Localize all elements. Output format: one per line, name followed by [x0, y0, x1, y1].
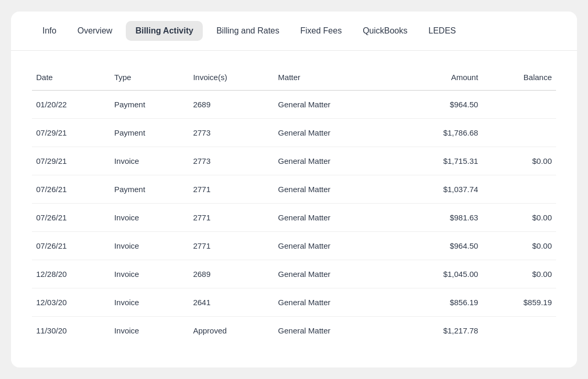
table-row: 07/26/21Invoice2771General Matter$981.63…: [32, 204, 556, 232]
col-amount: Amount: [396, 66, 483, 91]
table-row: 07/26/21Invoice2771General Matter$964.50…: [32, 232, 556, 260]
cell-amount: $856.19: [396, 288, 483, 317]
cell-date: 12/28/20: [32, 260, 110, 288]
cell-date: 07/29/21: [32, 119, 110, 147]
table-section: Date Type Invoice(s) Matter Amount Balan…: [11, 51, 577, 360]
cell-balance: [482, 119, 556, 147]
table-row: 07/29/21Invoice2773General Matter$1,715.…: [32, 147, 556, 175]
col-date: Date: [32, 66, 110, 91]
cell-balance: $0.00: [482, 204, 556, 232]
cell-invoices: Approved: [189, 317, 274, 345]
cell-amount: $964.50: [396, 232, 483, 260]
nav-item-billing-and-rates[interactable]: Billing and Rates: [206, 12, 290, 50]
col-balance: Balance: [482, 66, 556, 91]
table-row: 01/20/22Payment2689General Matter$964.50: [32, 91, 556, 119]
cell-amount: $964.50: [396, 91, 483, 119]
cell-date: 07/26/21: [32, 204, 110, 232]
cell-invoices: 2689: [189, 91, 274, 119]
cell-date: 07/29/21: [32, 147, 110, 175]
cell-type: Invoice: [110, 317, 189, 345]
cell-invoices: 2773: [189, 147, 274, 175]
cell-balance: $0.00: [482, 260, 556, 288]
col-invoices: Invoice(s): [189, 66, 274, 91]
nav-item-quickbooks[interactable]: QuickBooks: [352, 12, 418, 50]
cell-amount: $1,045.00: [396, 260, 483, 288]
cell-type: Payment: [110, 119, 189, 147]
nav-item-ledes[interactable]: LEDES: [418, 12, 466, 50]
cell-type: Invoice: [110, 288, 189, 317]
table-row: 07/26/21Payment2771General Matter$1,037.…: [32, 175, 556, 204]
cell-date: 12/03/20: [32, 288, 110, 317]
nav-item-fixed-fees[interactable]: Fixed Fees: [290, 12, 352, 50]
cell-date: 11/30/20: [32, 317, 110, 345]
cell-matter: General Matter: [274, 147, 396, 175]
nav-item-info[interactable]: Info: [32, 12, 67, 50]
cell-type: Invoice: [110, 232, 189, 260]
cell-matter: General Matter: [274, 175, 396, 204]
cell-amount: $1,786.68: [396, 119, 483, 147]
cell-date: 07/26/21: [32, 175, 110, 204]
nav-item-overview[interactable]: Overview: [67, 12, 123, 50]
cell-matter: General Matter: [274, 91, 396, 119]
cell-date: 01/20/22: [32, 91, 110, 119]
cell-balance: $859.19: [482, 288, 556, 317]
table-row: 07/29/21Payment2773General Matter$1,786.…: [32, 119, 556, 147]
cell-invoices: 2771: [189, 232, 274, 260]
table-row: 11/30/20InvoiceApprovedGeneral Matter$1,…: [32, 317, 556, 345]
cell-matter: General Matter: [274, 288, 396, 317]
cell-matter: General Matter: [274, 232, 396, 260]
cell-balance: [482, 317, 556, 345]
cell-invoices: 2771: [189, 175, 274, 204]
cell-date: 07/26/21: [32, 232, 110, 260]
nav-item-billing-activity[interactable]: Billing Activity: [126, 21, 203, 41]
table-row: 12/28/20Invoice2689General Matter$1,045.…: [32, 260, 556, 288]
col-type: Type: [110, 66, 189, 91]
cell-type: Payment: [110, 91, 189, 119]
table-header-row: Date Type Invoice(s) Matter Amount Balan…: [32, 66, 556, 91]
cell-amount: $981.63: [396, 204, 483, 232]
cell-amount: $1,037.74: [396, 175, 483, 204]
cell-balance: $0.00: [482, 147, 556, 175]
cell-invoices: 2689: [189, 260, 274, 288]
cell-balance: $0.00: [482, 232, 556, 260]
table-row: 12/03/20Invoice2641General Matter$856.19…: [32, 288, 556, 317]
cell-balance: [482, 91, 556, 119]
cell-invoices: 2641: [189, 288, 274, 317]
cell-type: Invoice: [110, 147, 189, 175]
nav-bar: InfoOverviewBilling ActivityBilling and …: [11, 12, 577, 51]
cell-invoices: 2773: [189, 119, 274, 147]
cell-matter: General Matter: [274, 204, 396, 232]
cell-matter: General Matter: [274, 119, 396, 147]
cell-matter: General Matter: [274, 260, 396, 288]
cell-type: Invoice: [110, 260, 189, 288]
billing-table: Date Type Invoice(s) Matter Amount Balan…: [32, 66, 556, 344]
cell-invoices: 2771: [189, 204, 274, 232]
cell-amount: $1,715.31: [396, 147, 483, 175]
cell-type: Payment: [110, 175, 189, 204]
cell-amount: $1,217.78: [396, 317, 483, 345]
cell-balance: [482, 175, 556, 204]
main-card: InfoOverviewBilling ActivityBilling and …: [11, 12, 577, 367]
cell-type: Invoice: [110, 204, 189, 232]
cell-matter: General Matter: [274, 317, 396, 345]
col-matter: Matter: [274, 66, 396, 91]
